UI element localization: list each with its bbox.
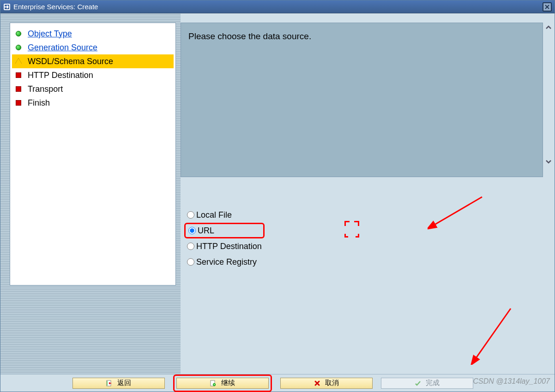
- scroll-up-button[interactable]: [544, 24, 553, 32]
- chevron-down-icon: [545, 158, 552, 165]
- radio-url[interactable]: [188, 227, 196, 234]
- info-panel: Please choose the data source.: [181, 23, 543, 177]
- svg-line-1: [433, 197, 482, 226]
- step-label: Object Type: [28, 29, 72, 39]
- source-option-group: Local File URL HTTP Destination Service …: [184, 207, 265, 270]
- radio-local-file[interactable]: [187, 211, 194, 219]
- button-label: 继续: [221, 379, 235, 387]
- button-label: 取消: [325, 379, 339, 387]
- footer-buttons: 返回 继续 取消 完成: [0, 374, 555, 392]
- step-finish[interactable]: Finish: [12, 96, 174, 110]
- step-label: Generation Source: [28, 43, 97, 53]
- annotation-arrow: [428, 193, 488, 235]
- dialog-body: Object Type Generation Source WSDL/Schem…: [0, 13, 555, 374]
- close-button[interactable]: [543, 2, 552, 12]
- option-label: HTTP Destination: [196, 242, 262, 251]
- wizard-steps: Object Type Generation Source WSDL/Schem…: [10, 23, 176, 285]
- close-icon: [544, 4, 550, 10]
- option-http-destination[interactable]: HTTP Destination: [184, 238, 265, 254]
- svg-line-2: [475, 309, 511, 359]
- option-label: Local File: [196, 210, 232, 220]
- annotation-arrow: [467, 305, 518, 365]
- cancel-button[interactable]: 取消: [280, 378, 373, 389]
- right-pane: Please choose the data source. Local Fil…: [181, 13, 555, 374]
- status-pending-icon: [15, 71, 22, 79]
- option-url[interactable]: URL: [184, 223, 265, 238]
- radio-http-destination[interactable]: [187, 243, 194, 250]
- step-http-destination[interactable]: HTTP Destination: [12, 68, 174, 82]
- status-complete-icon: [15, 30, 22, 37]
- option-label: Service Registry: [196, 257, 257, 267]
- step-label: Finish: [28, 98, 50, 108]
- status-complete-icon: [15, 44, 22, 51]
- titlebar: Enterprise Services: Create: [0, 0, 555, 13]
- option-label: URL: [198, 226, 214, 236]
- button-label: 返回: [117, 379, 131, 387]
- finish-button: 完成: [381, 378, 473, 389]
- back-button[interactable]: 返回: [72, 378, 165, 389]
- dialog-window: Enterprise Services: Create Object Type …: [0, 0, 555, 392]
- status-pending-icon: [15, 99, 22, 107]
- annotation-bracket: [344, 221, 359, 238]
- page-next-icon: [210, 380, 217, 386]
- step-transport[interactable]: Transport: [12, 82, 174, 96]
- status-current-icon: [15, 58, 22, 65]
- step-wsdl-schema-source[interactable]: WSDL/Schema Source: [12, 54, 174, 68]
- cancel-icon: [314, 380, 320, 386]
- step-label: WSDL/Schema Source: [28, 57, 113, 66]
- watermark: CSDN @1314lay_1007: [473, 377, 550, 386]
- option-service-registry[interactable]: Service Registry: [184, 254, 265, 270]
- step-label: HTTP Destination: [28, 71, 93, 80]
- left-pane: Object Type Generation Source WSDL/Schem…: [0, 13, 181, 374]
- scroll-down-button[interactable]: [544, 157, 553, 166]
- button-label: 完成: [426, 379, 440, 387]
- step-generation-source[interactable]: Generation Source: [12, 41, 174, 54]
- option-local-file[interactable]: Local File: [184, 207, 265, 223]
- chevron-up-icon: [545, 24, 552, 31]
- window-icon: [3, 3, 11, 11]
- page-back-icon: [106, 380, 113, 386]
- annotation-highlight: 继续: [173, 374, 272, 392]
- step-object-type[interactable]: Object Type: [12, 27, 174, 41]
- radio-service-registry[interactable]: [187, 258, 194, 266]
- step-label: Transport: [28, 84, 63, 94]
- finish-icon: [415, 380, 421, 386]
- status-pending-icon: [15, 85, 22, 93]
- info-message: Please choose the data source.: [188, 31, 311, 41]
- window-title: Enterprise Services: Create: [13, 3, 543, 11]
- continue-button[interactable]: 继续: [176, 378, 269, 389]
